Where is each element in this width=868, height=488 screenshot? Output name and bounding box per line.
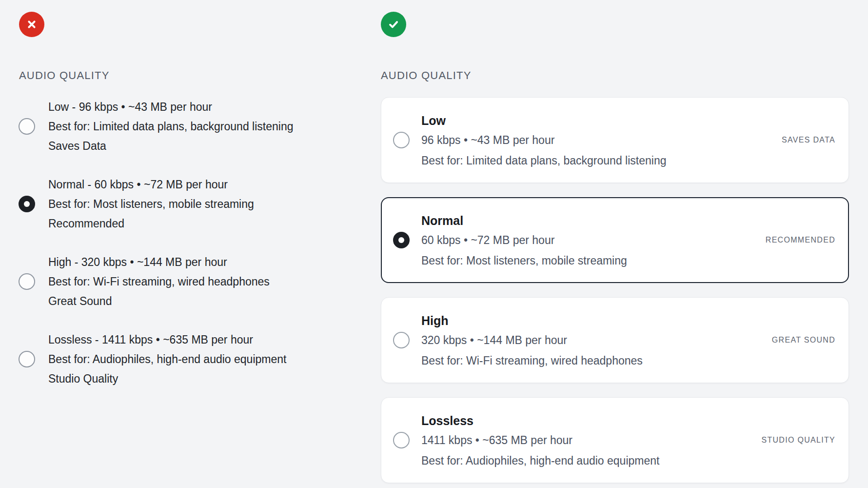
x-circle-icon [19, 12, 44, 37]
plain-radio-group: Low - 96 kbps • ~43 MB per hour Best for… [19, 97, 355, 388]
option-line: Low - 96 kbps • ~43 MB per hour [48, 97, 355, 117]
plain-option-high[interactable]: High - 320 kbps • ~144 MB per hour Best … [19, 252, 355, 311]
option-line: Best for: Audiophiles, high-end audio eq… [48, 349, 355, 369]
plain-option-normal[interactable]: Normal - 60 kbps • ~72 MB per hour Best … [19, 175, 355, 233]
card-option-low[interactable]: Low 96 kbps • ~43 MB per hour Best for: … [381, 97, 849, 183]
saves-data-badge: SAVES DATA [782, 135, 835, 145]
option-title: Low [421, 111, 835, 130]
studio-quality-badge: STUDIO QUALITY [761, 435, 835, 445]
radio-low[interactable] [19, 118, 35, 135]
radio-lossless[interactable] [393, 432, 410, 448]
radio-low[interactable] [393, 132, 410, 148]
option-line: Saves Data [48, 136, 355, 156]
plain-option-lossless[interactable]: Lossless - 1411 kbps • ~635 MB per hour … [19, 330, 355, 388]
radio-lossless[interactable] [19, 351, 35, 367]
card-option-normal-selected[interactable]: Normal 60 kbps • ~72 MB per hour Best fo… [381, 197, 849, 283]
card-radio-group: Low 96 kbps • ~43 MB per hour Best for: … [381, 97, 849, 483]
plain-option-low[interactable]: Low - 96 kbps • ~43 MB per hour Best for… [19, 97, 355, 156]
option-line: Recommended [48, 214, 355, 233]
radio-high[interactable] [393, 332, 410, 348]
check-circle-icon [381, 12, 406, 37]
great-sound-badge: GREAT SOUND [772, 335, 835, 345]
option-line: Lossless - 1411 kbps • ~635 MB per hour [48, 330, 355, 349]
option-line: Best for: Most listeners, mobile streami… [48, 194, 355, 214]
option-line: Best for: Wi-Fi streaming, wired headpho… [48, 272, 355, 291]
audio-quality-section-label: AUDIO QUALITY [19, 69, 355, 82]
option-best-for: Best for: Wi-Fi streaming, wired headpho… [421, 350, 835, 371]
option-title: Normal [421, 211, 835, 230]
option-title: High [421, 311, 835, 330]
option-line: High - 320 kbps • ~144 MB per hour [48, 252, 355, 272]
audio-quality-section-label: AUDIO QUALITY [381, 69, 849, 82]
card-option-lossless[interactable]: Lossless 1411 kbps • ~635 MB per hour Be… [381, 397, 849, 483]
radio-normal-checked[interactable] [19, 196, 35, 212]
bad-example-panel: AUDIO QUALITY Low - 96 kbps • ~43 MB per… [19, 12, 355, 407]
option-line: Great Sound [48, 291, 355, 311]
option-title: Lossless [421, 411, 835, 430]
option-best-for: Best for: Audiophiles, high-end audio eq… [421, 450, 835, 471]
option-line: Normal - 60 kbps • ~72 MB per hour [48, 175, 355, 194]
card-option-high[interactable]: High 320 kbps • ~144 MB per hour Best fo… [381, 297, 849, 383]
option-line: Studio Quality [48, 369, 355, 388]
good-example-panel: AUDIO QUALITY Low 96 kbps • ~43 MB per h… [381, 12, 849, 488]
recommended-badge: RECOMMENDED [766, 235, 835, 245]
option-best-for: Best for: Limited data plans, background… [421, 150, 835, 171]
option-best-for: Best for: Most listeners, mobile streami… [421, 250, 835, 271]
radio-high[interactable] [19, 273, 35, 290]
option-detail: 96 kbps • ~43 MB per hour [421, 130, 835, 150]
option-line: Best for: Limited data plans, background… [48, 117, 355, 136]
radio-normal-checked[interactable] [393, 232, 410, 248]
